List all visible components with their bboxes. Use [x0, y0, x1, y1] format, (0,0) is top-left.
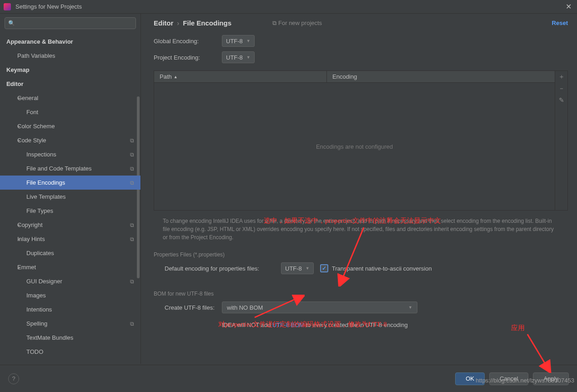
sidebar-item-intentions[interactable]: Intentions — [0, 302, 140, 317]
edit-button[interactable]: ✎ — [559, 96, 564, 104]
sidebar-item-label: Color Scheme — [17, 123, 55, 130]
encodings-table: Path▲ Encoding Encodings are not configu… — [154, 70, 568, 211]
sidebar-item-label: TextMate Bundles — [26, 334, 73, 341]
sidebar-item-label: Appearance & Behavior — [6, 38, 73, 45]
sidebar-item-label: Inlay Hints — [17, 236, 45, 242]
title-bar: Settings for New Projects ✕ — [0, 0, 577, 14]
project-scope-icon: ⧉ — [130, 166, 134, 172]
sidebar-item-label: Path Variables — [17, 52, 55, 59]
sidebar-item-label: Inspections — [26, 151, 56, 158]
sidebar-item-keymap[interactable]: Keymap — [0, 63, 140, 77]
sidebar: 🔍 Appearance & BehaviorPath VariablesKey… — [0, 14, 141, 364]
column-encoding[interactable]: Encoding — [327, 73, 555, 80]
properties-encoding-dropdown[interactable]: UTF-8▼ — [281, 262, 314, 274]
bom-dropdown[interactable]: with NO BOM▼ — [222, 302, 417, 313]
utf8-bom-link[interactable]: UTF-8 BOM — [272, 322, 304, 328]
sidebar-item-label: Code Style — [17, 137, 46, 144]
window-title: Settings for New Projects — [15, 3, 564, 10]
table-empty-text: Encodings are not configured — [154, 83, 555, 210]
sidebar-item-todo[interactable]: TODO — [0, 345, 140, 359]
sidebar-item-general[interactable]: ▸General — [0, 91, 140, 105]
settings-tree[interactable]: Appearance & BehaviorPath VariablesKeyma… — [0, 33, 140, 364]
chevron-icon: ▸ — [18, 222, 20, 227]
add-button[interactable]: ＋ — [558, 73, 565, 81]
sidebar-item-duplicates[interactable]: Duplicates — [0, 246, 140, 260]
sidebar-item-label: File and Code Templates — [26, 165, 92, 172]
chevron-down-icon: ▼ — [408, 305, 412, 310]
breadcrumb: Editor›File Encodings — [154, 19, 231, 27]
project-scope-icon: ⧉ — [130, 278, 134, 285]
project-scope-icon: ⧉ — [130, 137, 134, 144]
sidebar-item-textmate-bundles[interactable]: TextMate Bundles — [0, 331, 140, 345]
sidebar-item-label: GUI Designer — [26, 278, 62, 285]
chevron-down-icon: ▼ — [246, 55, 251, 60]
project-scope-icon: ⧉ — [130, 321, 134, 327]
sidebar-item-copyright[interactable]: ▸Copyright⧉ — [0, 218, 140, 232]
project-encoding-dropdown[interactable]: UTF-8▼ — [222, 51, 255, 63]
chevron-icon: ▸ — [18, 124, 20, 129]
sidebar-item-path-variables[interactable]: Path Variables — [0, 49, 140, 63]
sidebar-item-label: Images — [26, 292, 46, 299]
sidebar-item-file-encodings[interactable]: File Encodings⧉ — [0, 176, 140, 190]
bom-section-title: BOM for new UTF-8 files — [154, 291, 568, 297]
sidebar-item-inlay-hints[interactable]: ▸Inlay Hints⧉ — [0, 232, 140, 246]
properties-section-title: Properties Files (*.properties) — [154, 251, 568, 258]
sidebar-item-file-and-code-templates[interactable]: File and Code Templates⧉ — [0, 161, 140, 176]
sidebar-item-code-style[interactable]: ▸Code Style⧉ — [0, 133, 140, 147]
chevron-icon: ▸ — [18, 95, 20, 101]
sidebar-item-emmet[interactable]: ▸Emmet — [0, 260, 140, 274]
project-encoding-label: Project Encoding: — [154, 54, 222, 61]
content-panel: Editor›File Encodings ⧉For new projects … — [141, 14, 577, 364]
chevron-down-icon: ▼ — [246, 39, 251, 43]
search-input[interactable] — [5, 17, 136, 29]
chevron-icon: ▸ — [18, 265, 20, 270]
copy-icon: ⧉ — [272, 20, 276, 26]
sidebar-item-label: File Types — [26, 207, 53, 214]
watermark: https://blog.csdn.net/lzyws739307453 — [476, 377, 574, 384]
remove-button[interactable]: － — [558, 85, 565, 93]
global-encoding-label: Global Encoding: — [154, 38, 222, 45]
sidebar-item-appearance-behavior[interactable]: Appearance & Behavior — [0, 35, 140, 49]
sidebar-item-label: Font — [26, 109, 38, 116]
sidebar-item-label: TODO — [26, 348, 43, 355]
sidebar-item-spelling[interactable]: Spelling⧉ — [0, 317, 140, 331]
default-encoding-label: Default encoding for properties files: — [154, 265, 281, 272]
sidebar-item-font[interactable]: Font — [0, 105, 140, 119]
help-button[interactable]: ? — [8, 373, 19, 384]
project-scope-icon: ⧉ — [130, 222, 134, 228]
for-new-projects-label: ⧉For new projects — [272, 20, 322, 27]
project-scope-icon: ⧉ — [130, 180, 134, 186]
column-path[interactable]: Path▲ — [154, 71, 327, 82]
check-icon: ✓ — [322, 265, 326, 271]
sort-asc-icon: ▲ — [174, 75, 178, 79]
sidebar-item-inspections[interactable]: Inspections⧉ — [0, 147, 140, 161]
sidebar-item-live-templates[interactable]: Live Templates — [0, 190, 140, 204]
sidebar-item-editor[interactable]: ▾Editor — [0, 77, 140, 91]
bom-info-text: IDEA will NOT add UTF-8 BOM to every cre… — [154, 322, 568, 328]
sidebar-item-label: Keymap — [6, 66, 30, 73]
app-icon — [4, 3, 11, 10]
sidebar-item-images[interactable]: Images — [0, 288, 140, 302]
native-to-ascii-checkbox[interactable]: ✓ — [320, 264, 328, 272]
sidebar-item-label: File Encodings — [26, 179, 65, 186]
sidebar-item-label: Live Templates — [26, 193, 65, 200]
reset-button[interactable]: Reset — [552, 20, 568, 26]
project-scope-icon: ⧉ — [130, 151, 134, 158]
chevron-icon: ▸ — [18, 236, 20, 241]
project-scope-icon: ⧉ — [130, 236, 134, 242]
chevron-icon: ▸ — [18, 138, 20, 143]
sidebar-item-file-types[interactable]: File Types — [0, 204, 140, 218]
sidebar-item-label: Copyright — [17, 221, 43, 228]
native-to-ascii-label: Transparent native-to-ascii conversion — [332, 265, 432, 272]
sidebar-item-color-scheme[interactable]: ▸Color Scheme — [0, 119, 140, 133]
chevron-down-icon: ▼ — [306, 266, 310, 271]
sidebar-item-label: Duplicates — [26, 250, 54, 256]
sidebar-item-gui-designer[interactable]: GUI Designer⧉ — [0, 274, 140, 288]
chevron-icon: ▾ — [8, 81, 10, 86]
search-icon: 🔍 — [8, 20, 15, 26]
sidebar-item-label: Spelling — [26, 320, 47, 327]
close-icon[interactable]: ✕ — [564, 2, 573, 11]
create-utf8-label: Create UTF-8 files: — [154, 304, 222, 311]
help-text: To change encoding IntelliJ IDEA uses fo… — [154, 217, 568, 241]
global-encoding-dropdown[interactable]: UTF-8▼ — [222, 35, 255, 47]
